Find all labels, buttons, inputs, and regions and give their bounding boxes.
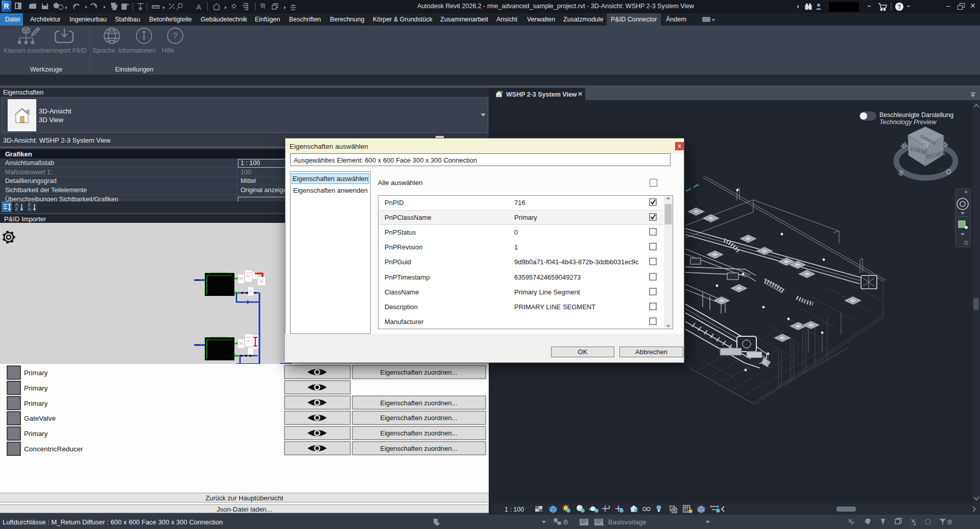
svg-text:PRIMARY LINE SEGMENT: PRIMARY LINE SEGMENT xyxy=(514,303,595,311)
svg-text:0: 0 xyxy=(514,228,518,236)
svg-text:Primary: Primary xyxy=(24,430,48,438)
svg-text:PnPGuid: PnPGuid xyxy=(385,258,411,266)
svg-text:Beschleunigte Darstellung: Beschleunigte Darstellung xyxy=(879,111,953,119)
svg-text:Eigenschaften zuordnen...: Eigenschaften zuordnen... xyxy=(380,399,457,407)
svg-text:Eigenschaften zuordnen...: Eigenschaften zuordnen... xyxy=(380,414,457,422)
svg-text:Primary Line Segment: Primary Line Segment xyxy=(514,288,580,296)
svg-text:ConcentricReducer: ConcentricReducer xyxy=(24,445,83,453)
svg-text::0: :0 xyxy=(562,519,567,526)
svg-text:PnPRevision: PnPRevision xyxy=(385,243,422,251)
svg-text:Primary: Primary xyxy=(24,369,48,377)
svg-text:Primary: Primary xyxy=(514,214,537,221)
svg-text:1: 1 xyxy=(514,243,518,251)
svg-text:A: A xyxy=(28,206,32,212)
svg-text:Eigenschaften zuordnen...: Eigenschaften zuordnen... xyxy=(380,429,457,437)
svg-text:PnPID: PnPID xyxy=(385,199,404,206)
svg-text:Z: Z xyxy=(15,206,18,212)
svg-text:?: ? xyxy=(173,31,177,41)
svg-text:Eigenschaften zuordnen...: Eigenschaften zuordnen... xyxy=(380,369,457,376)
svg-text:Manufacturer: Manufacturer xyxy=(385,318,424,326)
svg-text:Primary: Primary xyxy=(24,400,48,407)
svg-text:635957424659049273: 635957424659049273 xyxy=(514,273,581,281)
svg-text:PnPStatus: PnPStatus xyxy=(385,228,416,236)
svg-text:ClassName: ClassName xyxy=(385,288,419,296)
svg-text:Primary: Primary xyxy=(24,384,48,392)
svg-text:716: 716 xyxy=(514,199,525,206)
svg-text:Description: Description xyxy=(385,303,418,311)
svg-text:Basisvorlage: Basisvorlage xyxy=(608,518,646,526)
svg-text::0: :0 xyxy=(946,519,951,526)
svg-text:9d9b0a71-f041-4b43-872b-3ddbb0: 9d9b0a71-f041-4b43-872b-3ddbb031ec9c xyxy=(514,258,639,266)
svg-text:A: A xyxy=(196,3,201,11)
svg-text:Eigenschaften zuordnen...: Eigenschaften zuordnen... xyxy=(380,445,457,452)
svg-text:✕: ✕ xyxy=(964,190,968,195)
svg-text:Technology Preview: Technology Preview xyxy=(879,119,937,126)
svg-text:?: ? xyxy=(897,3,901,11)
svg-text:GateValve: GateValve xyxy=(24,415,56,422)
svg-text:PnPClassName: PnPClassName xyxy=(385,214,432,221)
svg-text:PnPTimestamp: PnPTimestamp xyxy=(385,273,429,281)
